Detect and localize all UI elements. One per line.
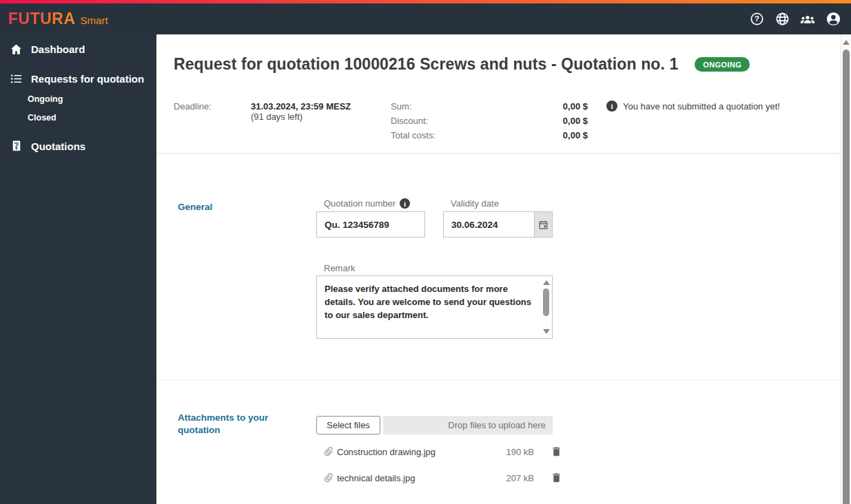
paperclip-icon xyxy=(323,446,334,460)
title-row: Request for quotation 10000216 Screws an… xyxy=(174,55,750,74)
quotation-number-input[interactable] xyxy=(317,212,424,237)
quotation-number-field xyxy=(316,211,425,238)
main-scrollbar xyxy=(840,34,851,504)
info-icon[interactable]: i xyxy=(400,198,410,209)
remark-scrollbar xyxy=(540,276,552,338)
remark-text: Please verify attached documents for mor… xyxy=(317,276,540,338)
quotation-number-label-text: Quotation number xyxy=(324,198,396,209)
quotation-number-label: Quotation number i xyxy=(324,198,410,209)
main-scrollbar-thumb[interactable] xyxy=(843,50,850,504)
select-files-button[interactable]: Select files xyxy=(316,416,380,434)
remark-scrollbar-thumb[interactable] xyxy=(543,288,549,316)
trash-icon xyxy=(551,445,562,457)
help-icon[interactable]: ? xyxy=(748,11,765,28)
topbar: FUTURA Smart ? xyxy=(0,3,851,34)
home-icon xyxy=(10,43,23,56)
file-dropzone[interactable]: Drop files to upload here xyxy=(383,416,553,434)
delete-attachment-button[interactable] xyxy=(551,445,562,460)
calendar-button[interactable] xyxy=(534,212,552,237)
info-icon: i xyxy=(606,101,617,112)
brand-logo-suffix: Smart xyxy=(81,14,108,26)
attachment-size: 190 kB xyxy=(473,447,534,457)
discount-value: 0,00 $ xyxy=(501,116,588,126)
sum-label: Sum: xyxy=(391,101,411,112)
list-icon xyxy=(10,72,23,85)
topbar-actions: ? xyxy=(748,11,841,28)
deadline-label: Deadline: xyxy=(174,101,212,112)
total-costs-value: 0,00 $ xyxy=(501,130,588,140)
total-costs-label: Total costs: xyxy=(391,130,435,140)
sidebar-item-label: Requests for quotation xyxy=(31,73,144,85)
account-icon[interactable] xyxy=(825,11,841,28)
scroll-up-arrow-icon[interactable] xyxy=(543,280,550,285)
attachments-section-title: Attachments to your quotation xyxy=(178,412,288,437)
users-icon[interactable] xyxy=(799,11,816,28)
discount-label: Discount: xyxy=(391,116,428,126)
deadline-note: (91 days left) xyxy=(251,112,303,122)
remark-label: Remark xyxy=(324,263,356,273)
sidebar-item-closed[interactable]: Closed xyxy=(28,111,57,125)
attachment-row: technical details.jpg 207 kB xyxy=(322,471,570,486)
sidebar-item-dashboard[interactable]: Dashboard xyxy=(0,39,156,59)
sidebar-item-requests[interactable]: Requests for quotation xyxy=(0,69,156,88)
sidebar-subitem-label: Closed xyxy=(28,113,57,123)
delete-attachment-button[interactable] xyxy=(551,472,562,486)
status-badge: ONGOING xyxy=(695,57,750,72)
deadline-value: 31.03.2024, 23:59 MESZ xyxy=(251,101,351,112)
app-root: FUTURA Smart ? Dashboard xyxy=(0,0,851,504)
attachment-name: Construction drawing.jpg xyxy=(337,447,435,457)
section-divider xyxy=(156,379,840,380)
trash-icon xyxy=(551,472,562,483)
sidebar-item-ongoing[interactable]: Ongoing xyxy=(28,92,63,106)
validity-date-label: Validity date xyxy=(451,198,499,209)
section-divider xyxy=(156,153,840,154)
scroll-up-arrow-icon[interactable] xyxy=(843,40,850,45)
sidebar: Dashboard Requests for quotation Ongoing… xyxy=(0,34,156,504)
sidebar-item-quotations[interactable]: $ Quotations xyxy=(0,136,156,156)
scroll-down-arrow-icon[interactable] xyxy=(543,329,550,334)
notice-text: You have not submitted a quotation yet! xyxy=(623,101,780,112)
page-title: Request for quotation 10000216 Screws an… xyxy=(174,55,678,74)
attachment-name: technical details.jpg xyxy=(337,473,415,483)
validity-date-field xyxy=(443,211,553,238)
paperclip-icon xyxy=(323,472,334,486)
svg-text:?: ? xyxy=(755,14,759,23)
brand-logo[interactable]: FUTURA Smart xyxy=(8,10,108,28)
quotation-notice: i You have not submitted a quotation yet… xyxy=(606,101,780,112)
sidebar-item-label: Quotations xyxy=(31,140,85,152)
dropzone-text: Drop files to upload here xyxy=(448,420,546,430)
globe-icon[interactable] xyxy=(774,11,790,28)
sidebar-subitem-label: Ongoing xyxy=(28,94,63,104)
sidebar-item-label: Dashboard xyxy=(31,43,85,55)
svg-text:$: $ xyxy=(14,145,17,151)
attachment-row: Construction drawing.jpg 190 kB xyxy=(322,445,570,460)
remark-textarea[interactable]: Please verify attached documents for mor… xyxy=(316,275,553,339)
main-content: Request for quotation 10000216 Screws an… xyxy=(156,34,851,504)
calendar-icon xyxy=(538,220,548,230)
validity-date-label-text: Validity date xyxy=(451,198,499,209)
attachment-size: 207 kB xyxy=(473,473,534,483)
remark-label-text: Remark xyxy=(324,263,356,273)
sum-value: 0,00 $ xyxy=(501,101,588,112)
brand-logo-text: FUTURA xyxy=(8,10,76,28)
receipt-icon: $ xyxy=(10,140,23,153)
general-section-title: General xyxy=(178,201,212,213)
